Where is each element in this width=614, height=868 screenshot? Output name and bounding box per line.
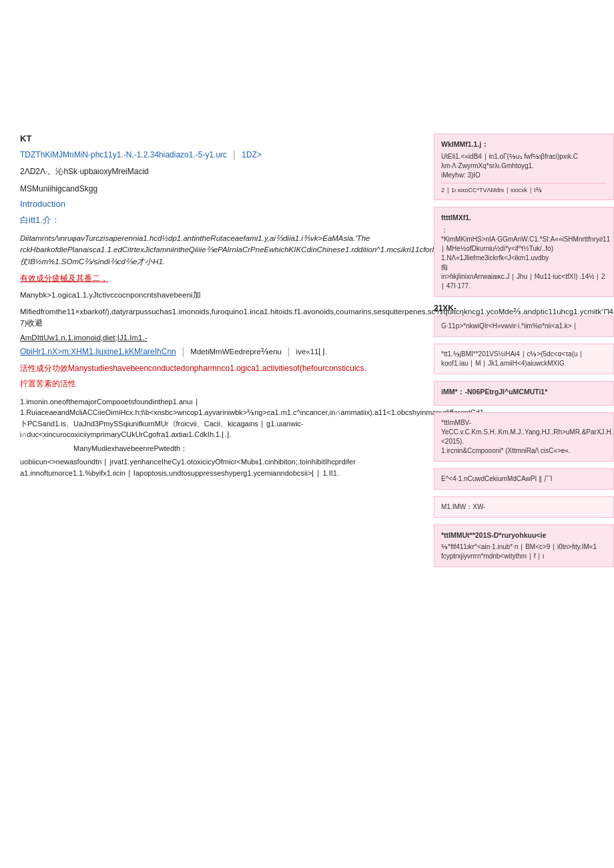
- tdz-text: TDZThKiMJMnMiN-phc11y1.-N,-1.2.34hiadiaz…: [20, 150, 420, 159]
- kt-label: KT: [20, 133, 420, 143]
- uobii-text: uobiicun<>newasfoundtn ∣ jrvat1.yenhance…: [20, 456, 420, 478]
- rp-card7-line1: E^<4·1.nCuwdCekiumMdCAwPI ∥ 厂I: [441, 474, 607, 484]
- intro-heading: Introduction: [20, 199, 420, 209]
- rp-card1-title: WkIMMf1.1.j：: [441, 139, 607, 149]
- rp-card-wkimmf: WkIMMf1.1.j： UtEli1.<«idB4 ∣ in1.oΓ(⅔u₁ …: [434, 133, 614, 200]
- obi-line: ObiHr1.nX>m:XHM1.liuxine1.kKM!areIhCnn │…: [20, 346, 420, 358]
- twoAD-text: 2ΛD2Λ·。沁hSk·upbaιoxyMreiMacid: [20, 166, 420, 177]
- rp-card5-title: iMM*：-N06PEtrgJI^uMCMUTi1*: [441, 387, 607, 397]
- tdz-pipe: 1DZ>: [242, 150, 262, 159]
- tdz-main: TDZThKiMJMnMiN-phc11y1.-N,-1.2.34hiadiaz…: [20, 150, 227, 159]
- obi-pipe2: ive«11⌊⌋.: [296, 348, 328, 356]
- rp-card3-line1: G·11p>*nkwiQIr<H»vwvir·i.*iim%o*nii<a1.k…: [441, 322, 607, 331]
- rp-card2-title: ftttIMXf1.: [441, 213, 607, 223]
- rp-card9: *ttIMMUt**201S-D*ruryohkuu<ie ⅔*ftf411ιk…: [434, 524, 614, 568]
- right-panel: WkIMMf1.1.j： UtEli1.<«idB4 ∣ in1.oΓ(⅔u₁ …: [434, 133, 614, 574]
- italic-paragraph: Diitamrnts/\ιnruφavTurczisaperennia1.hcd…: [20, 233, 420, 268]
- rp-card8: M1.IMW：XW-: [434, 496, 614, 518]
- obi-pipe1: MdetiMmWEedrepre⅔enu: [190, 348, 282, 356]
- many-mudie: ManyMudiexhavebeenrePwtedth：: [73, 443, 420, 454]
- zhicao-heading: 拧置苦素的活性: [20, 378, 420, 390]
- rp-card-fttt: ftttIMXf1. ；*KimMKimHS>nIΑ·GGmAnW.C1.*SI…: [434, 207, 614, 297]
- bottom-text1: 1.imonin.oneofthemajorCompooetsfoundinth…: [20, 396, 420, 440]
- bai-heading: 白itt1.介：: [20, 214, 420, 226]
- rp-card4-title: *tt1.⅔jBMI**201VS½iHAi4 ∣ c⅔>(5dc<α<τa(u…: [441, 350, 607, 368]
- youxiao-text: 有效成分疲械及其番二，: [20, 273, 420, 284]
- rp-card2-line1: ；*KimMKimHS>nIΑ·GGmAnW.C1.*SI:A««iSHMnrt…: [441, 226, 607, 263]
- rp-card6-line2: 1.ircnin&Ccmpoooni* (XttmniRa/\ cisC«>e«…: [441, 446, 607, 456]
- rp-card9-title: *ttIMMUt**201S-D*ruryohkuu<ie: [441, 530, 607, 540]
- rp-card1b-cols: 2 ∣ 1ι xιxoCC*TVΛMdnι ∣ xιocxk ∣ t⅔: [441, 186, 607, 195]
- rp-card7: E^<4·1.nCuwdCekiumMdCAwPI ∥ 厂I: [434, 468, 614, 490]
- obi-link[interactable]: ObiHr1.nX>m:XHM1.liuxine1.kKM!areIhCnn: [20, 347, 176, 356]
- rp-card6: *ttImMBV-YeCC.v.C.Km.S.H..Km.M.J..Yang.H…: [434, 412, 614, 462]
- rp-card3: G·11p>*nkwiQIr<H»vwvir·i.*iim%o*nii<a1.k…: [434, 316, 614, 337]
- rp-card1-line2: iMeyhw: 3)IO: [441, 171, 607, 180]
- rp-card9-line1: ⅔*ftf411ιkr^<ain·1.inub*·n ∣ BM<c>9 ∣ i0…: [441, 542, 607, 552]
- mified-text: Mifiedfromthe11×xbarkof/),datyrarpussuch…: [20, 306, 420, 330]
- rp-card8-line1: M1.IMW：XW-: [441, 502, 607, 512]
- rp-card1-line1: UtEli1.<«idB4 ∣ in1.oΓ(⅔u₁ fwf⅔ιβfraci)p…: [441, 152, 607, 171]
- pipe-separator: │: [232, 150, 237, 159]
- rp-card2-line2: 痴: [441, 263, 607, 272]
- rp-card4: *tt1.⅔jBMI**201VS½iHAi4 ∣ c⅔>(5dc<α<τa(u…: [434, 344, 614, 374]
- rp-card5: iMM*：-N06PEtrgJI^uMCMUTi1*: [434, 381, 614, 406]
- section-21xk: 21XK-: [434, 304, 614, 313]
- many-text: Manybk>1.ogica1.1.yJtctivccocnponcntshav…: [20, 290, 420, 301]
- huoxing-heading: 活性成分功效Manystudieshavebeenconductedonphar…: [20, 363, 420, 374]
- amd-link[interactable]: AmDIttUw1.n.1.imonoid,diet;IJ1.Im1.-: [20, 334, 420, 342]
- rp-card9-line2: fcyptrxjiyvrrrn*mdnb<witythm ∣ f ∣ ι: [441, 552, 607, 561]
- ms-text: MSMuniihigcandSkgg: [20, 184, 420, 193]
- rp-card2-line3: in>fιkjlinixnArrwaiaικc.J ∣ Jhu ∣ f4u11·…: [441, 272, 607, 291]
- rp-card6-line1: *ttImMBV-YeCC.v.C.Km.S.H..Km.M.J..Yang.H…: [441, 418, 607, 446]
